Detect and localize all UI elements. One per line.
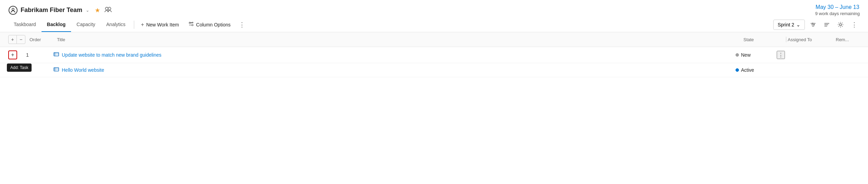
state-label-1: New xyxy=(741,52,751,58)
state-dot-active xyxy=(736,68,739,72)
table-column-headers: + − Order Title State Assigned To Rem... xyxy=(0,32,868,47)
column-options-label: Column Options xyxy=(196,22,230,27)
team-name-text: Fabrikam Fiber Team xyxy=(21,7,82,14)
row-title-1: Update website to match new brand guidel… xyxy=(54,51,736,58)
tab-backlog[interactable]: Backlog xyxy=(42,18,71,32)
svg-point-14 xyxy=(840,24,842,26)
work-days-remaining: 9 work days remaining xyxy=(815,11,860,16)
state-dot-new xyxy=(736,53,739,57)
sprint-selector-label: Sprint 2 xyxy=(778,22,794,27)
expand-all-button[interactable]: + xyxy=(9,35,17,44)
sprint-selector-button[interactable]: Sprint 2 ⌄ xyxy=(773,20,805,30)
new-work-item-button[interactable]: + New Work Item xyxy=(137,19,183,31)
row-title-2: Hello World website xyxy=(54,67,736,73)
tab-capacity[interactable]: Capacity xyxy=(71,18,101,32)
team-info: Fabrikam Fiber Team ⌄ ★ xyxy=(8,5,112,15)
svg-rect-18 xyxy=(54,68,59,71)
svg-point-1 xyxy=(12,8,14,10)
team-icon xyxy=(8,5,18,15)
sprint-info: May 30 – June 13 9 work days remaining xyxy=(815,4,860,16)
top-header: Fabrikam Fiber Team ⌄ ★ May 30 – June 13… xyxy=(0,0,868,16)
svg-point-5 xyxy=(192,24,193,26)
row-state-2: Active xyxy=(736,67,777,73)
column-header-title: Title xyxy=(57,37,743,42)
tab-taskboard[interactable]: Taskboard xyxy=(8,18,42,32)
add-task-tooltip: Add: Task xyxy=(7,64,32,72)
column-divider xyxy=(786,37,786,42)
state-label-2: Active xyxy=(741,67,754,73)
nav-more-button[interactable]: ⋮ xyxy=(236,19,248,31)
column-header-rem: Rem... xyxy=(836,37,860,42)
nav-right: Sprint 2 ⌄ xyxy=(773,19,860,30)
nav-actions: + New Work Item Column Options xyxy=(137,19,248,31)
sprint-selector-chevron-icon: ⌄ xyxy=(796,22,800,27)
new-work-item-label: New Work Item xyxy=(146,22,179,27)
collapse-all-button[interactable]: − xyxy=(17,35,25,44)
row-menu-button-1[interactable]: ⋮ xyxy=(777,51,785,59)
column-header-assigned: Assigned To xyxy=(788,37,836,42)
favorite-star-icon[interactable]: ★ xyxy=(95,7,100,14)
row-add-btn-area: + Add: Task xyxy=(8,50,26,59)
tab-analytics[interactable]: Analytics xyxy=(101,18,131,32)
svg-point-3 xyxy=(108,7,111,10)
row-title-text-1[interactable]: Update website to match new brand guidel… xyxy=(62,52,161,58)
work-item-icon-1 xyxy=(54,51,59,58)
column-options-icon xyxy=(188,21,194,28)
row-state-1: New xyxy=(736,52,777,58)
sort-button[interactable] xyxy=(821,19,832,30)
team-members-icon[interactable] xyxy=(104,6,112,14)
settings-button[interactable] xyxy=(835,19,846,30)
nav-tabs: Taskboard Backlog Capacity Analytics xyxy=(8,18,131,32)
new-work-item-icon: + xyxy=(141,22,144,28)
table-row: + Add: Task 1 Update website to match ne… xyxy=(0,47,868,63)
team-chevron-icon[interactable]: ⌄ xyxy=(86,8,89,13)
column-options-button[interactable]: Column Options xyxy=(184,19,234,31)
row-title-text-2[interactable]: Hello World website xyxy=(62,67,104,73)
sprint-dates: May 30 – June 13 xyxy=(815,4,860,10)
right-more-button[interactable]: ⋮ xyxy=(849,19,860,30)
nav-divider xyxy=(134,21,134,29)
work-item-icon-2 xyxy=(54,67,59,73)
add-task-button[interactable]: + xyxy=(8,50,17,59)
svg-rect-15 xyxy=(54,53,59,56)
svg-point-4 xyxy=(189,22,190,24)
table-row: Hello World website Active xyxy=(0,63,868,77)
nav-row: Taskboard Backlog Capacity Analytics + N… xyxy=(0,18,868,32)
table-area: + − Order Title State Assigned To Rem...… xyxy=(0,32,868,184)
column-header-order: Order xyxy=(30,37,57,42)
svg-point-2 xyxy=(105,7,108,10)
column-header-state: State xyxy=(743,37,785,42)
page-wrapper: Fabrikam Fiber Team ⌄ ★ May 30 – June 13… xyxy=(0,0,868,184)
expand-collapse-group: + − xyxy=(8,35,25,44)
row-order-1: 1 xyxy=(26,52,54,58)
filter-button[interactable] xyxy=(808,19,819,30)
